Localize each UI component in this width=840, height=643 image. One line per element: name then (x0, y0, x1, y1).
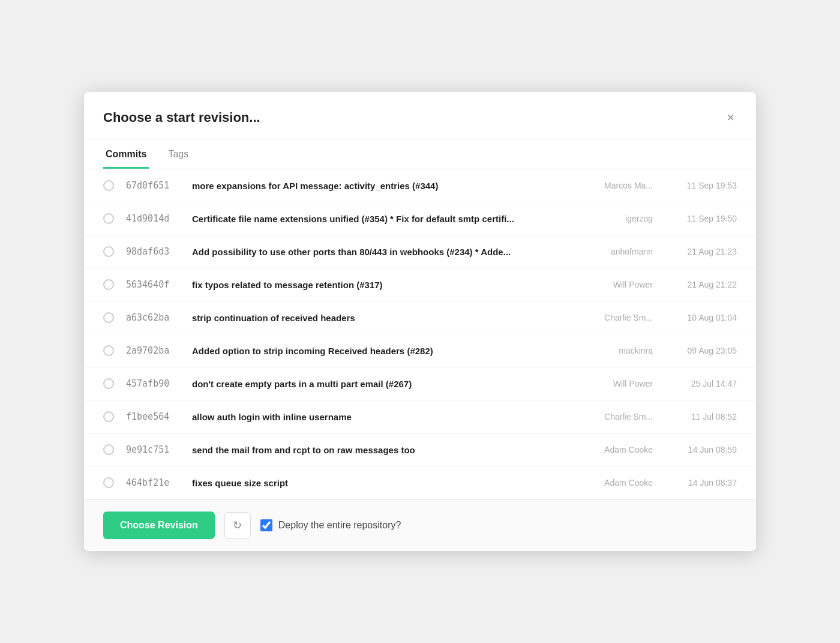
commit-message: send the mail from and rcpt to on raw me… (192, 445, 581, 455)
commit-author: Marcos Ma... (593, 181, 653, 190)
commit-date: 21 Aug 21:22 (665, 280, 737, 289)
commit-message: Certificate file name extensions unified… (192, 214, 581, 224)
commit-radio[interactable] (103, 312, 114, 323)
commit-row: 9e91c751send the mail from and rcpt to o… (84, 433, 756, 466)
commit-hash: 98daf6d3 (126, 246, 180, 257)
commit-hash: 457afb90 (126, 378, 180, 389)
commit-date: 11 Sep 19:53 (665, 181, 737, 190)
commit-row: 98daf6d3Add possibility to use other por… (84, 235, 756, 268)
commit-author: mackinra (593, 346, 653, 355)
commit-message: strip continuation of received headers (192, 313, 581, 323)
commit-hash: a63c62ba (126, 312, 180, 323)
commit-author: anhofmann (593, 247, 653, 256)
commit-date: 14 Jun 08:37 (665, 478, 737, 488)
commit-author: Adam Cooke (593, 445, 653, 454)
commit-radio[interactable] (103, 411, 114, 422)
modal: Choose a start revision... × Commits Tag… (84, 92, 756, 551)
close-button[interactable]: × (724, 109, 737, 127)
deploy-checkbox[interactable] (260, 519, 272, 531)
commit-radio[interactable] (103, 213, 114, 224)
commit-author: Adam Cooke (593, 478, 653, 488)
commit-list: 67d0f651more expansions for API message:… (84, 169, 756, 499)
commit-message: allow auth login with inline username (192, 412, 581, 422)
commit-message: fixes queue size script (192, 478, 581, 488)
commit-row: a63c62bastrip continuation of received h… (84, 301, 756, 334)
commit-radio[interactable] (103, 477, 114, 488)
refresh-icon: ↻ (233, 519, 242, 532)
tab-commits[interactable]: Commits (103, 139, 149, 169)
commit-date: 09 Aug 23:05 (665, 346, 737, 355)
commit-row: 457afb90don't create empty parts in a mu… (84, 367, 756, 400)
choose-revision-button[interactable]: Choose Revision (103, 512, 215, 539)
commit-row: 41d9014dCertificate file name extensions… (84, 202, 756, 235)
commit-hash: 9e91c751 (126, 444, 180, 455)
commit-hash: 41d9014d (126, 213, 180, 224)
modal-footer: Choose Revision ↻ Deploy the entire repo… (84, 499, 756, 551)
commit-message: Add possibility to use other ports than … (192, 247, 581, 257)
modal-header: Choose a start revision... × (84, 92, 756, 139)
commit-message: don't create empty parts in a multi part… (192, 379, 581, 389)
commit-hash: 464bf21e (126, 477, 180, 488)
commit-author: Charlie Sm... (593, 412, 653, 421)
commit-row: 5634640ffix typos related to message ret… (84, 268, 756, 301)
commit-date: 11 Jul 08:52 (665, 412, 737, 421)
tabs-bar: Commits Tags (84, 139, 756, 169)
commit-radio[interactable] (103, 279, 114, 290)
commit-row: 67d0f651more expansions for API message:… (84, 169, 756, 202)
commit-message: fix typos related to message retention (… (192, 280, 581, 290)
commit-row: f1bee564allow auth login with inline use… (84, 400, 756, 433)
commit-author: igerzog (593, 214, 653, 223)
commit-date: 21 Aug 21:23 (665, 247, 737, 256)
commit-radio[interactable] (103, 444, 114, 455)
commit-radio[interactable] (103, 246, 114, 257)
commit-author: Charlie Sm... (593, 313, 653, 322)
commit-message: more expansions for API message: activit… (192, 181, 581, 191)
commit-radio[interactable] (103, 378, 114, 389)
commit-hash: 5634640f (126, 279, 180, 290)
modal-title: Choose a start revision... (103, 110, 260, 125)
commit-author: Will Power (593, 280, 653, 289)
commit-hash: f1bee564 (126, 411, 180, 422)
deploy-label-text: Deploy the entire repository? (278, 520, 401, 531)
deploy-repository-label[interactable]: Deploy the entire repository? (260, 519, 401, 531)
commit-message: Added option to strip incoming Received … (192, 346, 581, 356)
commit-hash: 67d0f651 (126, 180, 180, 191)
refresh-button[interactable]: ↻ (224, 512, 251, 539)
commit-radio[interactable] (103, 180, 114, 191)
commit-row: 2a9702baAdded option to strip incoming R… (84, 334, 756, 367)
commit-radio[interactable] (103, 345, 114, 356)
tab-tags[interactable]: Tags (166, 139, 191, 169)
commit-author: Will Power (593, 379, 653, 388)
commit-hash: 2a9702ba (126, 345, 180, 356)
commit-date: 10 Aug 01:04 (665, 313, 737, 322)
commit-date: 25 Jul 14:47 (665, 379, 737, 388)
commit-date: 14 Jun 08:59 (665, 445, 737, 454)
commit-row: 464bf21efixes queue size scriptAdam Cook… (84, 466, 756, 499)
commit-date: 11 Sep 19:50 (665, 214, 737, 223)
